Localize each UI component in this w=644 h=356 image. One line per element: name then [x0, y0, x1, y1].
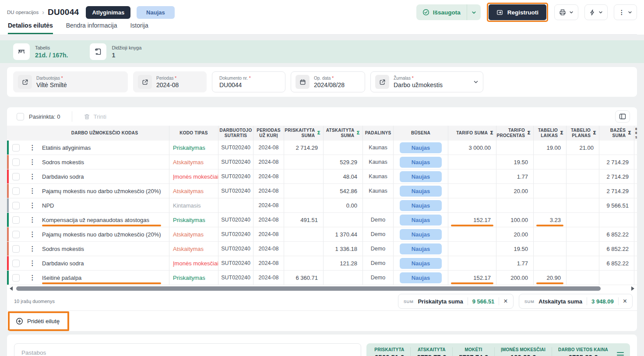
actions-button[interactable]	[584, 4, 608, 20]
status-badge[interactable]: Naujas	[400, 171, 442, 182]
status-badge[interactable]: Naujas	[400, 186, 442, 197]
row-checkbox[interactable]	[12, 187, 20, 195]
col-header-code[interactable]: DARBO UŽMOKESČIO KODAS	[40, 126, 169, 141]
row-checkbox[interactable]	[12, 173, 20, 180]
row-menu-icon[interactable]: ⋮	[25, 184, 40, 198]
tab-bendra-informacija[interactable]: Bendra informacija	[66, 22, 117, 34]
status-badge[interactable]: Naujas	[400, 200, 442, 211]
status-badge[interactable]: Naujas	[400, 142, 442, 153]
col-header-type[interactable]: KODO TIPAS	[169, 126, 218, 141]
sum-sigma-icon[interactable]: Σ	[560, 130, 563, 136]
col-header-department[interactable]: PADALINYS	[363, 126, 394, 141]
row-checkbox[interactable]	[12, 202, 20, 209]
timesheet-info[interactable]: Tabelis 21d. / 167h.	[13, 43, 68, 60]
row-menu-icon[interactable]: ⋮	[25, 169, 40, 183]
sum-sigma-icon[interactable]: Σ	[628, 130, 631, 136]
col-header-status[interactable]: BŪSENA	[394, 126, 448, 141]
ledger-scroll-icon	[90, 43, 106, 60]
col-header-deducted[interactable]: ATSKAITYTA SUMAΣ	[324, 126, 363, 141]
table-row: ⋮ Etatinis atlyginimas Priskaitymas SUT0…	[7, 141, 637, 155]
col-header-period[interactable]: PERIODAS UŽ KURĮ	[253, 126, 284, 141]
close-icon[interactable]: ×	[623, 298, 627, 305]
table-toolbar: Pasirinkta: 0 Trinti	[7, 107, 637, 126]
document-type-badge: Atlyginimas	[86, 6, 130, 19]
add-row-button[interactable]: Pridėti eilutę	[10, 313, 67, 329]
notes-input[interactable]	[14, 343, 361, 356]
sum-chip-value: 3 948.09	[591, 298, 614, 305]
col-header-timesheet-plan[interactable]: TABELIO PLANASΣ	[567, 126, 599, 141]
operation-date-field[interactable]: Op. data * 2024/08/28	[291, 71, 365, 92]
status-badge[interactable]: Naujas	[400, 272, 442, 283]
row-checkbox[interactable]	[12, 216, 20, 224]
external-link-icon[interactable]	[18, 75, 32, 89]
external-link-icon[interactable]	[138, 75, 152, 89]
col-header-tariff-percent[interactable]: TARIFO PROCENTASΣ	[496, 126, 534, 141]
scrollbar-track[interactable]	[14, 286, 630, 291]
row-type-bar	[7, 271, 9, 285]
col-header-timesheet-time[interactable]: TABELIO LAIKASΣ	[534, 126, 567, 141]
chevron-down-icon[interactable]	[470, 79, 479, 85]
scroll-right-arrow[interactable]	[631, 286, 634, 291]
status-badge[interactable]: Naujas	[400, 215, 442, 226]
ledger-info[interactable]: Didžioji knyga 1	[90, 43, 141, 60]
row-menu-icon[interactable]: ⋮	[25, 213, 40, 227]
row-menu-icon[interactable]: ⋮	[25, 227, 40, 241]
breadcrumb[interactable]: DU operacijos	[7, 10, 39, 15]
status-badge[interactable]: Naujas	[400, 243, 442, 254]
row-checkbox[interactable]	[12, 245, 20, 253]
row-checkbox-cell	[7, 155, 25, 169]
sum-sigma-icon[interactable]: Σ	[490, 130, 493, 136]
row-checkbox[interactable]	[12, 274, 20, 282]
register-annotation-box: Registruoti	[487, 3, 548, 22]
select-all-checkbox[interactable]	[17, 113, 24, 120]
col-header-accrued[interactable]: PRISKAITYTA SUMAΣ	[284, 126, 324, 141]
column-settings-button[interactable]	[615, 110, 630, 123]
more-menu-button[interactable]: ⋮	[614, 4, 637, 20]
status-badge[interactable]: Naujas	[400, 258, 442, 269]
row-checkbox[interactable]	[12, 144, 20, 152]
row-menu-icon[interactable]: ⋮	[25, 155, 40, 169]
row-menu-icon[interactable]: ⋮	[25, 256, 40, 270]
document-number-field[interactable]: Dokumento nr. * DU0044	[212, 71, 285, 92]
journal-field[interactable]: Žurnalas * Darbo užmokestis	[370, 71, 483, 92]
status-badge[interactable]: Naujas	[400, 229, 442, 240]
register-button[interactable]: Registruoti	[489, 4, 546, 20]
tab-detalios-eilutes[interactable]: Detalios eilutės	[8, 22, 53, 34]
cell-base-amount: 2 714.29	[599, 155, 634, 169]
row-menu-icon[interactable]: ⋮	[25, 141, 40, 155]
horizontal-scrollbar[interactable]	[7, 285, 637, 292]
cell-accrued	[284, 169, 324, 183]
employee-field[interactable]: Darbuotojas * Viltė Smiltė	[13, 71, 128, 92]
table-header-row: DARBO UŽMOKESČIO KODAS KODO TIPAS DARBUO…	[7, 126, 637, 141]
close-icon[interactable]: ×	[503, 298, 507, 305]
external-link-icon[interactable]	[375, 75, 389, 89]
sum-sigma-icon[interactable]: Σ	[356, 130, 360, 136]
row-menu-icon[interactable]: ⋮	[25, 271, 40, 285]
col-header-contract[interactable]: DARBUOTOJO SUTARTIS	[218, 126, 253, 141]
row-checkbox[interactable]	[12, 231, 20, 238]
row-checkbox[interactable]	[12, 260, 20, 267]
row-menu-icon[interactable]: ⋮	[25, 198, 40, 212]
sum-sigma-icon[interactable]: Σ	[527, 130, 531, 136]
print-button[interactable]	[554, 4, 578, 20]
col-header-tariff-amount[interactable]: TARIFO SUMAΣ	[448, 126, 496, 141]
calendar-icon[interactable]	[296, 75, 310, 89]
summary-menu-icon[interactable]	[617, 352, 624, 356]
col-header-base-amount[interactable]: BAZĖS SUMAΣ	[599, 126, 634, 141]
status-badge[interactable]: Naujas	[400, 157, 442, 168]
scroll-left-arrow[interactable]	[10, 286, 13, 291]
cell-overflow	[634, 141, 637, 155]
row-checkbox[interactable]	[12, 159, 20, 166]
period-field[interactable]: Periodas * 2024-08	[133, 71, 207, 92]
required-asterisk: *	[175, 76, 176, 81]
saved-dropdown-toggle[interactable]	[467, 4, 481, 20]
cell-period: 2024-08	[253, 213, 284, 227]
tab-istorija[interactable]: Istorija	[130, 22, 148, 34]
scrollbar-thumb[interactable]	[16, 286, 601, 291]
sum-sigma-icon[interactable]: Σ	[593, 130, 596, 136]
sum-sigma-icon[interactable]: Σ	[317, 130, 320, 136]
document-form: Darbuotojas * Viltė Smiltė Periodas * 20…	[7, 67, 637, 97]
saved-button[interactable]: Išsaugota	[416, 4, 481, 20]
row-menu-icon[interactable]: ⋮	[25, 242, 40, 256]
delete-button[interactable]: Trinti	[84, 113, 107, 120]
